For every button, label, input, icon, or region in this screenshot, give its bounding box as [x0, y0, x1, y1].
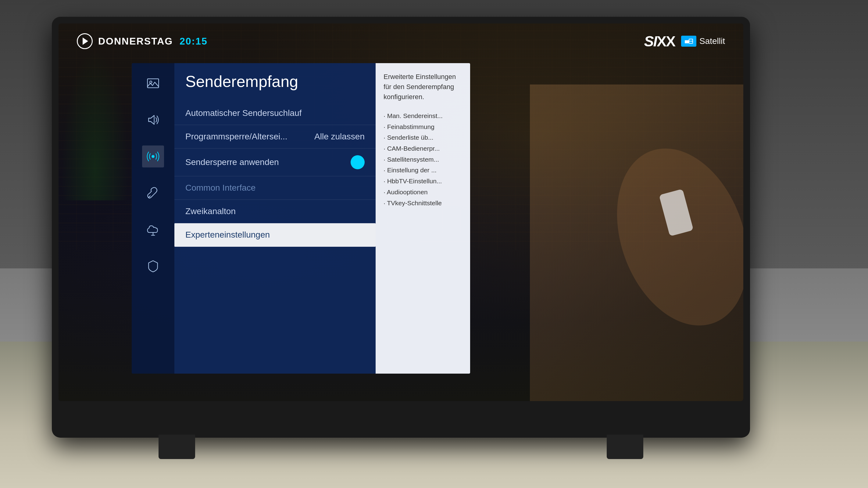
tv-screen: DONNERSTAG 20:15 sixx [59, 24, 743, 401]
sidebar-item-picture[interactable] [142, 72, 164, 94]
tv-set: DONNERSTAG 20:15 sixx [52, 17, 750, 438]
time-label: 20:15 [180, 36, 208, 47]
info-item-3: · CAM-Bedienerpr... [383, 143, 462, 154]
auto-scan-label: Automatischer Sendersuchlauf [185, 108, 302, 118]
menu-item-sender-lock[interactable]: Sendersperre anwenden [175, 149, 376, 176]
sidebar-item-sound[interactable] [142, 109, 164, 131]
menu-item-zweikanalton[interactable]: Zweikanalton [175, 200, 376, 223]
svg-rect-3 [148, 79, 159, 88]
satellite-icon [681, 36, 696, 47]
info-panel: Erweiterte Einstellungen für den Sendere… [376, 63, 470, 374]
broadcast-icon [146, 150, 160, 163]
svg-point-10 [594, 130, 743, 344]
panel-title: Senderempfang [175, 72, 376, 91]
info-item-4: · Satellitensystem... [383, 154, 462, 165]
channel-branding: sixx Satellit [644, 33, 725, 50]
main-panel: Senderempfang Automatischer Sendersuchla… [175, 63, 376, 374]
shield-icon [146, 260, 160, 273]
tv-stand-right [607, 435, 643, 459]
cloud-icon [146, 223, 160, 236]
sound-icon [146, 113, 160, 127]
sidebar[interactable] [132, 63, 175, 374]
menu-item-expert[interactable]: Experteneinstellungen [175, 223, 376, 247]
info-description: Erweiterte Einstellungen für den Sendere… [383, 72, 462, 102]
zweikanalton-label: Zweikanalton [185, 207, 236, 216]
tv-content: DONNERSTAG 20:15 sixx [59, 24, 743, 401]
program-lock-value: Alle zulassen [314, 132, 365, 142]
info-item-8: · TVkey-Schnittstelle [383, 197, 462, 209]
tv-stand-left [159, 435, 195, 459]
svg-point-6 [152, 155, 154, 157]
sender-lock-label: Sendersperre anwenden [185, 157, 279, 167]
play-triangle-shape [83, 37, 88, 45]
toggle-on-indicator[interactable] [351, 155, 365, 169]
hand-remote-area [530, 85, 743, 401]
plant-decoration [62, 48, 129, 201]
sidebar-item-privacy[interactable] [142, 255, 164, 277]
info-item-2: · Senderliste üb... [383, 132, 462, 143]
info-list: · Man. Sendereinst... · Feinabstimmung ·… [383, 111, 462, 208]
info-item-6: · HbbTV-Einstellun... [383, 176, 462, 187]
satellite-badge: Satellit [681, 36, 725, 47]
info-item-7: · Audiooptionen [383, 187, 462, 197]
svg-point-4 [150, 81, 152, 83]
menu-item-auto-scan[interactable]: Automatischer Sendersuchlauf [175, 101, 376, 125]
channel-info: DONNERSTAG 20:15 [77, 33, 208, 49]
satellite-svg [684, 38, 693, 44]
sidebar-item-support[interactable] [142, 219, 164, 241]
svg-line-7 [149, 196, 150, 197]
day-label: DONNERSTAG [98, 36, 173, 47]
wrench-icon [146, 186, 160, 200]
top-bar: DONNERSTAG 20:15 sixx [59, 29, 743, 53]
info-item-1: · Feinabstimmung [383, 121, 462, 132]
info-item-5: · Einstellung der ... [383, 165, 462, 176]
sidebar-item-broadcast[interactable] [142, 146, 164, 167]
svg-rect-0 [685, 40, 689, 43]
hand-svg [560, 85, 743, 359]
program-lock-label: Programmsperre/Altersei... [185, 132, 287, 142]
sixx-logo: sixx [644, 33, 675, 50]
menu-item-common-interface[interactable]: Common Interface [175, 176, 376, 200]
menu-item-program-lock[interactable]: Programmsperre/Altersei... Alle zulassen [175, 125, 376, 149]
sidebar-item-general[interactable] [142, 182, 164, 204]
info-item-0: · Man. Sendereinst... [383, 111, 462, 121]
svg-marker-5 [149, 115, 154, 124]
play-icon [77, 33, 93, 49]
picture-icon [146, 77, 160, 90]
common-interface-label: Common Interface [185, 183, 255, 193]
expert-label: Experteneinstellungen [185, 230, 270, 240]
satellite-text: Satellit [700, 36, 725, 46]
day-time: DONNERSTAG 20:15 [98, 36, 208, 47]
